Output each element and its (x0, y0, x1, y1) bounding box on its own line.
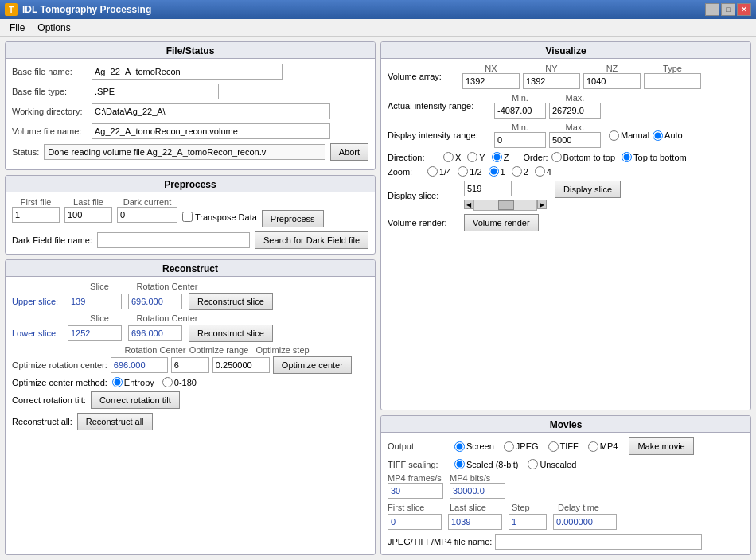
ny-input[interactable] (523, 73, 580, 89)
file-status-body: Base file name: Base file type: Working … (6, 59, 375, 169)
display-slice-input[interactable] (464, 181, 512, 196)
transpose-checkbox[interactable] (182, 212, 193, 222)
maximize-button[interactable]: □ (721, 3, 735, 16)
z-radio[interactable] (492, 152, 502, 162)
zoom-2-label[interactable]: 2 (512, 166, 528, 177)
last-file-input[interactable] (64, 207, 112, 223)
zoom-1-4-radio[interactable] (427, 166, 438, 177)
upper-slice-input[interactable] (68, 294, 122, 309)
mp4-frames-input[interactable] (388, 483, 443, 499)
volume-file-input[interactable] (92, 123, 330, 139)
jpeg-radio[interactable] (504, 441, 514, 452)
base-file-name-input[interactable] (92, 64, 283, 80)
minimize-button[interactable]: – (705, 3, 719, 16)
display-max-input[interactable] (549, 132, 601, 148)
z-radio-label[interactable]: Z (492, 152, 509, 162)
reconstruct-body: Slice Rotation Center Upper slice: Recon… (6, 277, 375, 439)
delay-input[interactable] (553, 514, 617, 530)
zoom-2-radio[interactable] (512, 166, 522, 177)
upper-rotation-input[interactable] (128, 294, 182, 309)
jpeg-radio-label[interactable]: JPEG (504, 441, 539, 452)
make-movie-button[interactable]: Make movie (629, 438, 693, 455)
zoom-4-radio[interactable] (535, 166, 545, 177)
volume-render-button[interactable]: Volume render (464, 214, 539, 231)
slice-scrollbar-thumb (498, 200, 514, 210)
slice-scroll-right[interactable]: ▶ (537, 200, 547, 209)
search-darkfield-button[interactable]: Search for Dark Field file (255, 231, 368, 249)
zoom-4-label[interactable]: 4 (535, 166, 551, 177)
display-slice-button[interactable]: Display slice (555, 181, 621, 198)
first-slice-input[interactable] (388, 514, 442, 530)
optimize-center-button[interactable]: Optimize center (273, 356, 352, 374)
mp4-label: MP4 (600, 441, 618, 451)
mp4-radio[interactable] (588, 441, 598, 452)
x-radio-label[interactable]: X (443, 152, 461, 162)
zero-180-radio-label[interactable]: 0-180 (162, 377, 197, 387)
scaled-radio[interactable] (454, 459, 465, 469)
optimize-range-input[interactable] (171, 357, 209, 373)
screen-radio-label[interactable]: Screen (454, 441, 494, 452)
mp4-frames-header: MP4 frames/s (388, 473, 442, 483)
bottom-to-top-radio[interactable] (551, 152, 562, 162)
display-min-input[interactable] (494, 132, 546, 148)
nx-input[interactable] (462, 73, 520, 89)
bottom-to-top-radio-label[interactable]: Bottom to top (551, 152, 615, 162)
nz-input[interactable] (583, 73, 641, 89)
zoom-1-2-label[interactable]: 1/2 (458, 166, 481, 177)
jpeg-file-input[interactable] (495, 534, 702, 550)
dark-current-input[interactable] (117, 207, 177, 223)
lower-slice-input[interactable] (68, 325, 122, 341)
tiff-radio[interactable] (548, 441, 559, 452)
zoom-1-label[interactable]: 1 (489, 166, 505, 177)
zoom-1-4-label[interactable]: 1/4 (427, 166, 451, 177)
y-radio[interactable] (467, 152, 477, 162)
last-file-header: Last file (73, 197, 103, 207)
manual-radio-label[interactable]: Manual (609, 130, 649, 141)
preprocess-button[interactable]: Preprocess (262, 210, 324, 228)
working-dir-input[interactable] (92, 103, 330, 119)
first-file-input[interactable] (12, 207, 60, 223)
unscaled-radio-label[interactable]: Unscaled (528, 459, 576, 469)
optimize-step-input[interactable] (212, 357, 270, 373)
base-file-type-input[interactable] (92, 84, 219, 99)
zero-180-radio[interactable] (162, 377, 173, 387)
mp4-radio-label[interactable]: MP4 (588, 441, 618, 452)
mp4-bits-input[interactable] (450, 483, 505, 499)
auto-radio[interactable] (653, 130, 663, 141)
reconstruct-all-button[interactable]: Reconstruct all (77, 413, 153, 430)
abort-button[interactable]: Abort (330, 143, 368, 161)
entropy-radio[interactable] (112, 377, 123, 387)
zoom-1-radio[interactable] (489, 166, 499, 177)
slice-scroll-left[interactable]: ◀ (464, 200, 473, 209)
screen-radio[interactable] (454, 441, 465, 452)
optimize-rot-input[interactable] (111, 357, 168, 373)
actual-max-input[interactable] (549, 103, 601, 119)
base-file-type-label: Base file type: (12, 87, 92, 96)
lower-rotation-input[interactable] (128, 325, 182, 341)
step-input[interactable] (509, 514, 547, 530)
reconstruct-slice-lower-button[interactable]: Reconstruct slice (189, 325, 273, 342)
entropy-radio-label[interactable]: Entropy (112, 377, 154, 387)
zoom-1-2-radio[interactable] (458, 166, 468, 177)
top-to-bottom-radio-label[interactable]: Top to bottom (622, 152, 687, 162)
tiff-radio-label[interactable]: TIFF (548, 441, 579, 452)
x-radio[interactable] (443, 152, 454, 162)
menu-file[interactable]: File (3, 21, 31, 35)
base-file-name-label: Base file name: (12, 67, 92, 76)
darkfield-input[interactable] (97, 232, 250, 248)
menu-options[interactable]: Options (31, 21, 76, 35)
close-button[interactable]: ✕ (737, 3, 751, 16)
scaled-radio-label[interactable]: Scaled (8-bit) (454, 459, 518, 469)
correct-tilt-button[interactable]: Correct rotation tilt (91, 391, 180, 409)
last-slice-input[interactable] (448, 514, 502, 530)
reconstruct-slice-upper-button[interactable]: Reconstruct slice (189, 293, 273, 310)
unscaled-radio[interactable] (528, 459, 538, 469)
top-to-bottom-radio[interactable] (622, 152, 632, 162)
type-input[interactable] (644, 73, 701, 89)
y-radio-label[interactable]: Y (467, 152, 485, 162)
manual-radio[interactable] (609, 130, 619, 141)
auto-radio-label[interactable]: Auto (653, 130, 683, 141)
menu-bar: File Options (0, 19, 756, 37)
slice-scrollbar[interactable] (473, 200, 537, 211)
actual-min-input[interactable] (494, 103, 546, 119)
